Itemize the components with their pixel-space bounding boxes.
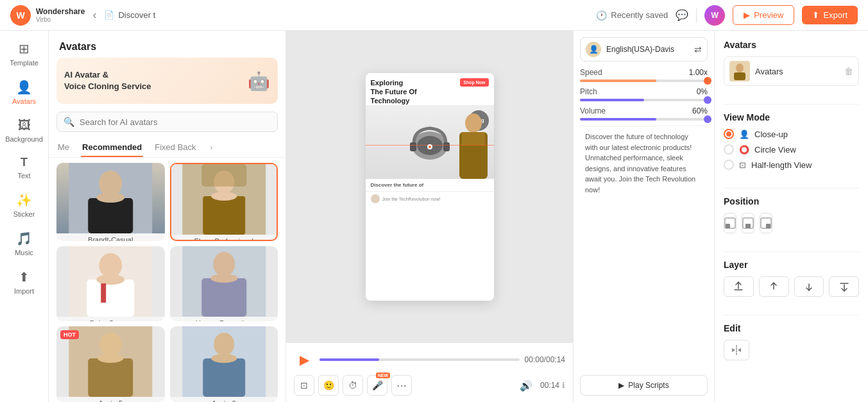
voice-swap-icon[interactable]: ⇄ <box>694 44 702 54</box>
timer-tool-button[interactable]: ⏱ <box>343 375 363 396</box>
layer-btn-bottom[interactable] <box>829 276 859 297</box>
radio-half-length[interactable]: ⊡ Half-length View <box>724 160 859 170</box>
pitch-slider[interactable] <box>580 99 708 101</box>
avatar-card-ruby[interactable]: Ruby-Games <box>56 246 165 322</box>
search-input[interactable] <box>80 117 271 127</box>
avatar-card-brandt[interactable]: Brandt-Casual <box>56 163 165 241</box>
position-section: Position <box>724 196 859 233</box>
volume-icon[interactable]: 🔊 <box>520 380 532 392</box>
svg-rect-11 <box>87 280 134 317</box>
pitch-fill <box>580 99 644 101</box>
svg-rect-20 <box>88 358 133 397</box>
avatar-card-harper[interactable]: Harper-Promotion <box>170 246 278 322</box>
new-badge: NEW <box>376 373 390 378</box>
circle-view-label: Circle View <box>754 145 796 155</box>
avatar-banner[interactable]: AI Avatar & Voice Cloning Service 🤖 <box>56 58 278 104</box>
tab-fixed-back[interactable]: Fixed Back <box>153 137 197 157</box>
svg-point-7 <box>211 192 237 201</box>
sidebar-item-import[interactable]: ⬆ Import <box>4 264 45 300</box>
message-icon[interactable]: 💬 <box>676 9 688 21</box>
layer-btn-up[interactable] <box>759 276 789 297</box>
play-scripts-button[interactable]: ▶ Play Scripts <box>580 375 708 396</box>
delete-icon[interactable]: 🗑 <box>844 66 853 76</box>
banner-title: AI Avatar & Voice Cloning Service <box>64 69 151 92</box>
separator-4 <box>724 315 859 315</box>
preview-button[interactable]: ▶ Preview <box>733 5 794 25</box>
voice-name: English(USA)-Davis <box>606 45 689 54</box>
avatars-icon: 👤 <box>16 80 32 95</box>
scene-tool-button[interactable]: ⊡ <box>294 375 314 396</box>
logo-text: Wondershare Virbo <box>36 7 85 23</box>
volume-value: 60% <box>692 106 708 115</box>
pos-btn-right[interactable] <box>760 213 772 233</box>
sidebar-item-avatars[interactable]: 👤 Avatars <box>4 74 45 110</box>
layer-btn-down[interactable] <box>794 276 824 297</box>
avatars-section-title: Avatars <box>724 40 859 50</box>
pos-btn-left[interactable] <box>724 213 736 233</box>
avatar-name-6: Avatar6 <box>170 397 278 402</box>
canvas: ExploringThe Future OfTechnology Shop No… <box>366 73 494 301</box>
back-button[interactable]: ‹ <box>92 8 96 22</box>
layer-buttons <box>724 276 859 297</box>
social-avatar <box>371 194 380 203</box>
sidebar-label-music: Music <box>15 249 33 256</box>
export-button[interactable]: ⬆ Export <box>802 6 858 24</box>
search-icon: 🔍 <box>64 117 74 127</box>
sidebar-item-music[interactable]: 🎵 Music <box>4 226 45 262</box>
progress-bar[interactable] <box>319 358 520 361</box>
left-sidebar: ⊞ Template 👤 Avatars 🖼 Background T Text… <box>0 31 49 402</box>
avatar-name-elena: Elena-Professional <box>171 235 277 241</box>
avatar-img-harper <box>170 246 278 317</box>
more-tool-button[interactable]: ⋯ <box>391 375 412 396</box>
radio-circle-view-circle <box>724 144 734 155</box>
emoji-tool-button[interactable]: 🙂 <box>318 375 339 396</box>
user-avatar[interactable]: W <box>704 5 725 26</box>
edit-btn-flip[interactable] <box>724 340 749 360</box>
tab-me[interactable]: Me <box>56 137 71 157</box>
shop-now-btn[interactable]: Shop Now <box>460 78 488 87</box>
sidebar-item-sticker[interactable]: ✨ Sticker <box>4 187 45 223</box>
radio-circle-view[interactable]: ⭕ Circle View <box>724 144 859 155</box>
layer-btn-top[interactable] <box>724 276 754 297</box>
volume-label: Volume <box>580 106 606 115</box>
tab-recommended[interactable]: Recommended <box>81 137 143 157</box>
volume-fill <box>580 118 656 121</box>
canvas-content: ExploringThe Future OfTechnology Shop No… <box>366 73 494 301</box>
radio-close-up[interactable]: 👤 Close-up <box>724 129 859 139</box>
sidebar-item-template[interactable]: ⊞ Template <box>4 36 45 72</box>
volume-slider[interactable] <box>580 118 708 121</box>
pos-btn-center[interactable] <box>742 213 754 233</box>
play-button[interactable]: ▶ <box>294 349 314 370</box>
avatar-img-brandt <box>56 163 165 233</box>
text-icon: T <box>21 156 28 169</box>
logo-area: W Wondershare Virbo <box>10 5 85 26</box>
search-box[interactable]: 🔍 <box>56 112 278 132</box>
speed-label: Speed <box>580 68 602 77</box>
recently-saved: 🕐 Recently saved <box>596 10 668 21</box>
sidebar-item-background[interactable]: 🖼 Background <box>4 113 45 148</box>
avatar-card-5[interactable]: HOT Avatar5 <box>56 326 165 402</box>
sidebar-label-text: Text <box>17 172 30 180</box>
avatar-card-6[interactable]: Avatar6 <box>170 326 278 402</box>
svg-rect-34 <box>734 72 745 80</box>
avatar-property-row[interactable]: Avatars 🗑 <box>724 56 859 86</box>
svg-rect-38 <box>745 224 751 228</box>
view-mode-section: View Mode 👤 Close-up ⭕ Circle View ⊡ <box>724 112 859 170</box>
recently-saved-text: Recently saved <box>611 10 668 20</box>
svg-point-21 <box>98 354 123 363</box>
voice-selector[interactable]: 👤 English(USA)-Davis ⇄ <box>580 37 708 62</box>
tabs-chevron[interactable]: › <box>210 143 213 152</box>
edit-buttons <box>724 340 859 360</box>
voice-panel: 👤 English(USA)-Davis ⇄ Speed 1.00x Pitch… <box>573 31 714 402</box>
avatar-card-elena[interactable]: Elena-Professional <box>170 163 278 241</box>
play-scripts-label: Play Scripts <box>628 381 668 390</box>
bottom-controls: ▶ 00:00/00:14 ⊡ 🙂 ⏱ 🎤 NEW <box>286 342 573 402</box>
svg-rect-29 <box>443 142 450 151</box>
avatar-tabs: Me Recommended Fixed Back › <box>49 137 285 158</box>
svg-rect-24 <box>203 358 245 397</box>
speed-slider[interactable] <box>580 80 708 82</box>
mic-tool-button[interactable]: 🎤 NEW <box>367 375 387 396</box>
pitch-label: Pitch <box>580 87 597 96</box>
edit-section: Edit <box>724 323 859 360</box>
sidebar-item-text[interactable]: T Text <box>4 151 45 185</box>
